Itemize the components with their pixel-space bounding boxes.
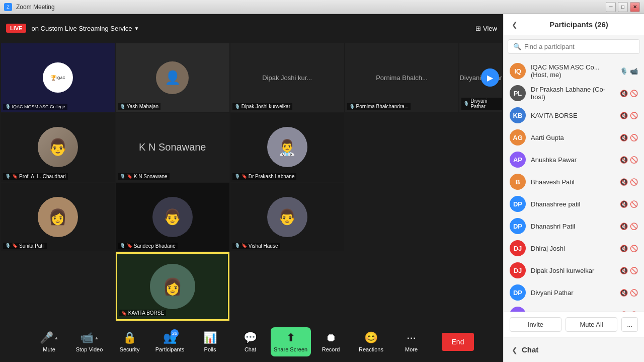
participant-name: Dhiraj Joshi bbox=[531, 245, 615, 252]
participant-avatar: PL bbox=[510, 85, 526, 101]
participant-name: Dr Prakash Labhane (Co-host) bbox=[531, 86, 615, 101]
video-tile-dipak: Dipak Joshi kur... 🎙️ Dipak Joshi kurwel… bbox=[230, 43, 344, 112]
mic-muted-icon: 🔇 bbox=[620, 223, 628, 230]
participants-count-badge: 26 bbox=[171, 329, 179, 337]
streaming-label: on Custom Live Streaming Service ▼ bbox=[31, 25, 139, 32]
search-input[interactable] bbox=[524, 43, 634, 50]
participant-avatar: JP bbox=[510, 307, 526, 312]
camera-off-icon: 🚫 bbox=[630, 289, 638, 297]
mute-icon: 🎤 bbox=[40, 331, 53, 344]
end-button[interactable]: End bbox=[442, 333, 474, 351]
participant-avatar: B bbox=[510, 174, 526, 190]
search-icon: 🔍 bbox=[513, 43, 521, 50]
participant-avatar: AP bbox=[510, 152, 526, 168]
participant-item: AGAarti Gupta🔇🚫 bbox=[504, 126, 644, 149]
participant-icons: 🔇🚫 bbox=[620, 267, 638, 274]
share-screen-button[interactable]: ⬆ Share Screen bbox=[271, 327, 311, 356]
polls-label: Polls bbox=[204, 346, 216, 352]
search-box[interactable]: 🔍 bbox=[508, 39, 640, 54]
stop-video-button[interactable]: 📹 ▲ Stop Video bbox=[69, 327, 110, 356]
participant-item: DJDipak Joshi kurwelkar🔇🚫 bbox=[504, 259, 644, 281]
participant-name: Aarti Gupta bbox=[531, 134, 615, 141]
more-options-button[interactable]: ... bbox=[621, 317, 638, 332]
participant-icons: 🔇🚫 bbox=[620, 245, 638, 252]
video-arrow[interactable]: ▲ bbox=[95, 335, 99, 340]
camera-off-icon: 🚫 bbox=[630, 178, 638, 186]
live-badge: LIVE bbox=[6, 24, 26, 33]
camera-off-icon: 🚫 bbox=[630, 223, 638, 230]
participant-icons: 🔇🚫 bbox=[620, 178, 638, 186]
more-button[interactable]: ··· More bbox=[391, 327, 432, 356]
participant-item: JPJagdish patil0🔇🚫 bbox=[504, 304, 644, 312]
mute-button[interactable]: 🎤 ▲ Mute bbox=[29, 327, 69, 356]
chat-panel-label: Chat bbox=[522, 345, 538, 354]
share-screen-icon: ⬆ bbox=[286, 331, 295, 344]
video-tile-college: 🏆IQAC 🎙️ IQAC MGSM ASC College bbox=[1, 43, 115, 112]
streaming-dropdown-arrow[interactable]: ▼ bbox=[134, 26, 139, 31]
record-button[interactable]: ⏺ Record bbox=[311, 327, 351, 356]
toolbar: 🎤 ▲ Mute 📹 ▲ Stop Video 🔒 Security 👥 bbox=[0, 322, 503, 362]
top-bar: LIVE on Custom Live Streaming Service ▼ … bbox=[0, 14, 503, 42]
participants-panel: ❮ Participants (26) 🔍 IQIQAC MGSM ASC Co… bbox=[504, 14, 644, 337]
video-tile-sandeep: 👨 🎙️ 🔖 Sandeep Bhadane bbox=[116, 183, 229, 251]
more-icon: ··· bbox=[407, 331, 416, 344]
participant-icons: 🔇🚫 bbox=[620, 90, 638, 97]
maximize-button[interactable]: □ bbox=[618, 2, 628, 12]
mute-label: Mute bbox=[43, 346, 55, 352]
chat-button[interactable]: 💬 Chat bbox=[230, 327, 271, 356]
view-button[interactable]: ⊞ View bbox=[475, 25, 497, 32]
reactions-button[interactable]: 😊 Reactions bbox=[351, 327, 391, 356]
participant-item: DPDhanashree patil🔇🚫 bbox=[504, 193, 644, 215]
participants-list: IQIQAC MGSM ASC Co... (Host, me)🎙️📹PLDr … bbox=[504, 58, 644, 312]
polls-icon: 📊 bbox=[203, 331, 217, 344]
mic-icon: 🎙️ bbox=[620, 67, 628, 75]
mic-muted-icon: 🔇 bbox=[620, 267, 628, 274]
sidebar: ❮ Participants (26) 🔍 IQIQAC MGSM ASC Co… bbox=[503, 14, 644, 362]
security-icon: 🔒 bbox=[123, 331, 136, 344]
close-button[interactable]: ✕ bbox=[630, 2, 640, 12]
participants-button[interactable]: 👥 26 Participants bbox=[150, 327, 190, 356]
reactions-icon: 😊 bbox=[364, 331, 378, 344]
participants-header: ❮ Participants (26) bbox=[504, 14, 644, 35]
participant-avatar: DJ bbox=[510, 240, 526, 256]
participant-item: PLDr Prakash Labhane (Co-host)🔇🚫 bbox=[504, 82, 644, 104]
polls-button[interactable]: 📊 Polls bbox=[190, 327, 230, 356]
mute-arrow[interactable]: ▲ bbox=[54, 335, 59, 340]
camera-off-icon: 🚫 bbox=[630, 90, 638, 97]
title-bar: Z Zoom Meeting ─ □ ✕ bbox=[0, 0, 644, 14]
camera-off-icon: 🚫 bbox=[630, 156, 638, 164]
view-icon: ⊞ bbox=[475, 25, 481, 32]
participant-avatar: KB bbox=[510, 107, 526, 123]
participant-name: Bhaavesh Patil bbox=[531, 178, 615, 186]
participants-collapse-icon[interactable]: ❮ bbox=[512, 21, 518, 29]
mic-muted-icon: 🔇 bbox=[620, 112, 628, 119]
participant-icons: 🔇🚫 bbox=[620, 134, 638, 141]
participant-avatar: DP bbox=[510, 218, 526, 234]
mute-all-button[interactable]: Mute All bbox=[566, 317, 617, 332]
participant-icons: 🔇🚫 bbox=[620, 223, 638, 230]
record-label: Record bbox=[322, 346, 340, 352]
window-title: Zoom Meeting bbox=[16, 4, 55, 11]
share-screen-label: Share Screen bbox=[274, 346, 307, 352]
participants-panel-title: Participants (26) bbox=[522, 20, 636, 29]
participant-name: Divyani Pathar bbox=[531, 289, 615, 297]
next-page-button[interactable]: ▶ bbox=[481, 68, 499, 87]
security-button[interactable]: 🔒 Security bbox=[110, 327, 150, 356]
participant-name: KAVITA BORSE bbox=[531, 112, 615, 119]
camera-off-icon: 🚫 bbox=[630, 245, 638, 252]
mic-muted-icon: 🔇 bbox=[620, 90, 628, 97]
participant-item: APAnushka Pawar🔇🚫 bbox=[504, 149, 644, 171]
participant-item: DJDhiraj Joshi🔇🚫 bbox=[504, 237, 644, 259]
minimize-button[interactable]: ─ bbox=[606, 2, 616, 12]
more-label: More bbox=[405, 346, 418, 352]
video-tile-yash: 👤 🎙️ Yash Mahajan bbox=[116, 43, 229, 112]
participant-avatar: AG bbox=[510, 129, 526, 146]
video-icon: 📹 bbox=[80, 331, 94, 344]
invite-button[interactable]: Invite bbox=[510, 317, 561, 332]
chat-panel-header[interactable]: ❮ Chat bbox=[504, 337, 644, 362]
stop-video-label: Stop Video bbox=[76, 346, 103, 352]
mic-muted-icon: 🔇 bbox=[620, 134, 628, 141]
video-grid: 🏆IQAC 🎙️ IQAC MGSM ASC College 👤 🎙️ Yash… bbox=[0, 42, 503, 322]
reactions-label: Reactions bbox=[359, 346, 383, 352]
participant-item: IQIQAC MGSM ASC Co... (Host, me)🎙️📹 bbox=[504, 60, 644, 82]
